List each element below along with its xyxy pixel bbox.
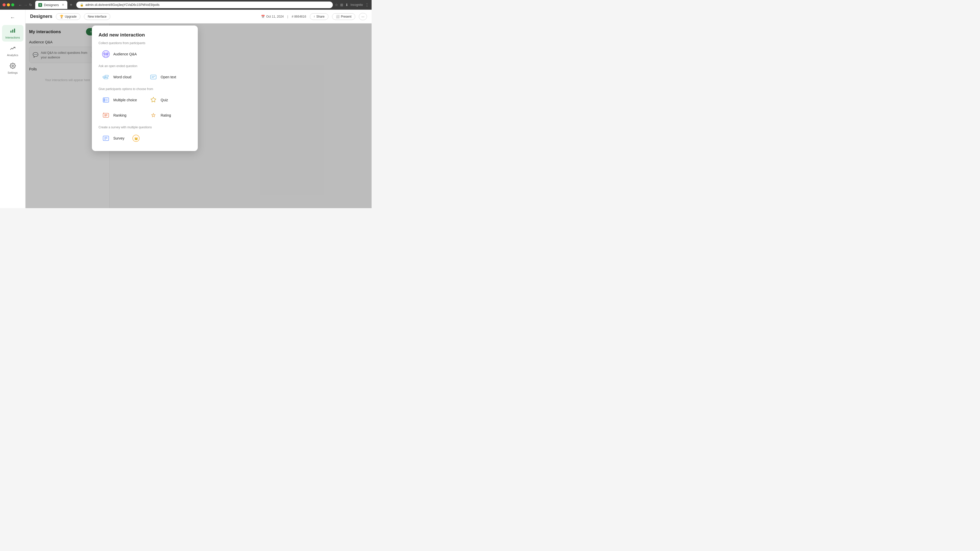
premium-badge: 👑 (131, 133, 141, 143)
new-tab-btn[interactable]: + (70, 2, 73, 7)
rating-option[interactable]: Rating (146, 108, 191, 122)
ranking-label: Ranking (113, 113, 126, 118)
svg-point-34 (104, 100, 105, 102)
minimize-browser-btn[interactable] (7, 3, 10, 6)
multiple-choice-option[interactable]: Multiple choice (99, 93, 144, 107)
rating-label: Rating (161, 113, 171, 118)
svg-point-33 (104, 99, 105, 100)
survey-label: Survey (113, 136, 124, 140)
multiple-choice-label: Multiple choice (113, 98, 137, 102)
settings-label: Settings (8, 71, 18, 74)
present-btn[interactable]: ⬜ Present (332, 13, 355, 20)
quiz-icon (148, 95, 158, 105)
bookmark-btn[interactable]: ☆ (335, 3, 338, 7)
svg-rect-0 (11, 30, 11, 33)
back-btn[interactable]: ← (8, 13, 18, 22)
app-header: Designers 🏆 Upgrade New interface 📅 Oct … (25, 10, 372, 24)
rating-icon (148, 110, 158, 120)
svg-rect-2 (14, 29, 15, 33)
back-nav-btn[interactable]: ← (18, 3, 22, 7)
ranking-option[interactable]: Ranking (99, 108, 144, 122)
ranking-icon (101, 110, 111, 120)
word-cloud-option[interactable]: Word cloud (99, 70, 144, 84)
audience-qa-label: Audience Q&A (113, 52, 137, 56)
open-text-label: Open text (161, 75, 177, 79)
sidebar-item-analytics[interactable]: Analytics (2, 43, 24, 59)
modal-section4-label: Create a survey with multiple questions (99, 125, 191, 129)
lock-icon: 🔒 (80, 3, 84, 6)
survey-icon (101, 133, 111, 143)
svg-rect-29 (151, 75, 156, 79)
close-browser-btn[interactable] (3, 3, 6, 6)
analytics-icon (10, 45, 16, 52)
settings-icon (10, 63, 16, 70)
modal-section1-label: Collect questions from participants (99, 41, 191, 45)
open-text-icon (148, 72, 158, 82)
tab-title: Designers (44, 3, 59, 7)
extensions-btn[interactable]: ⊞ (340, 3, 343, 7)
svg-point-3 (12, 65, 14, 67)
word-cloud-icon (101, 72, 111, 82)
menu-btn[interactable]: ⋮ (365, 3, 369, 7)
sidebar-item-settings[interactable]: Settings (2, 60, 24, 77)
download-btn[interactable]: ⬇ (345, 3, 348, 7)
reload-btn[interactable]: ↻ (29, 3, 32, 7)
address-bar[interactable]: admin.sli.do/event/8Goq3eqYCVaD6c1SPMVoE… (85, 3, 159, 6)
open-text-option[interactable]: Open text (146, 70, 191, 84)
survey-option[interactable]: Survey (99, 131, 127, 145)
interactions-icon (10, 27, 16, 35)
audience-qa-option[interactable]: Audience Q&A (99, 47, 191, 61)
modal-backdrop[interactable] (25, 24, 372, 208)
add-interaction-modal: Add new interaction Collect questions fr… (92, 25, 198, 151)
svg-rect-28 (104, 78, 108, 79)
svg-rect-32 (103, 98, 109, 102)
audience-qa-icon (101, 49, 111, 59)
new-interface-btn[interactable]: New interface (84, 13, 110, 20)
upgrade-btn[interactable]: 🏆 Upgrade (56, 13, 80, 20)
forward-nav-btn[interactable]: → (24, 3, 27, 7)
quiz-label: Quiz (161, 98, 168, 102)
tab-favicon: S (38, 3, 42, 7)
tab-close-btn[interactable]: ✕ (62, 3, 64, 6)
divider1: | (287, 15, 288, 18)
more-options-btn[interactable]: ··· (359, 13, 367, 20)
modal-section2-label: Ask an open ended question (99, 64, 191, 68)
modal-title: Add new interaction (99, 32, 191, 38)
event-id: # 8664816 (292, 15, 306, 18)
modal-section3-label: Give participants options to choose from (99, 87, 191, 91)
incognito-label: Incognito (350, 3, 363, 6)
multiple-choice-icon (101, 95, 111, 105)
maximize-browser-btn[interactable] (11, 3, 14, 6)
sidebar: ← Interactions Analytics Settings ? (0, 10, 25, 208)
sidebar-item-interactions[interactable]: Interactions (2, 25, 24, 41)
word-cloud-label: Word cloud (113, 75, 131, 79)
quiz-option[interactable]: Quiz (146, 93, 191, 107)
svg-rect-1 (12, 30, 13, 33)
analytics-label: Analytics (7, 54, 18, 57)
interactions-label: Interactions (5, 36, 20, 39)
svg-text:👑: 👑 (134, 137, 138, 140)
share-btn[interactable]: ↑ Share (310, 13, 328, 20)
app-title: Designers (30, 14, 52, 19)
event-date: 📅 Oct 11, 2024 (261, 15, 284, 18)
